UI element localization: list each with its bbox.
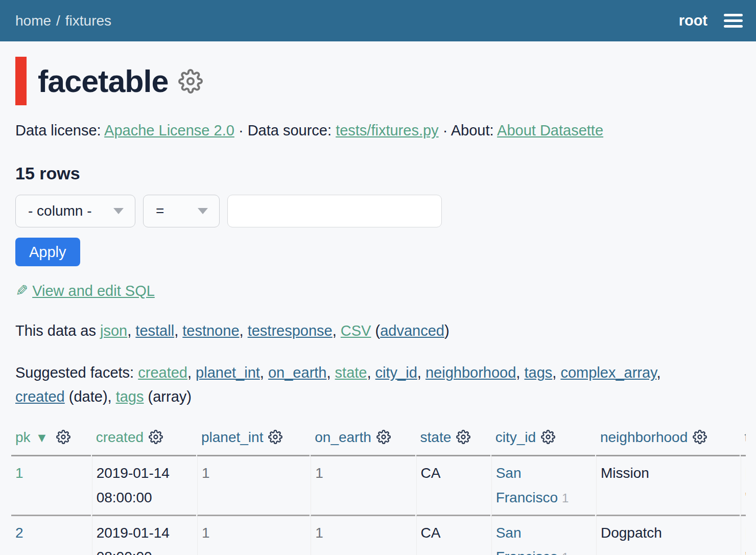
sort-desc-icon: ▼ <box>36 430 49 445</box>
facet-link-city_id[interactable]: city_id <box>375 364 417 381</box>
data-table-container: pk▼createdplanet_inton_earthstatecity_id… <box>10 426 746 555</box>
user-menu-link[interactable]: root <box>679 12 707 29</box>
chevron-down-icon <box>198 208 208 214</box>
gear-icon[interactable] <box>541 430 555 448</box>
table-row: 22019-01-14 08:00:0011CASan Francisco1Do… <box>11 516 746 555</box>
apply-button[interactable]: Apply <box>15 238 80 266</box>
row-link[interactable]: 2 <box>15 525 23 541</box>
facet-link-tags[interactable]: tags <box>524 364 552 381</box>
column-header-tags: tags <box>741 426 746 456</box>
raw-value: 1 <box>562 550 569 555</box>
hamburger-icon <box>724 19 743 22</box>
hamburger-icon <box>724 14 743 16</box>
facet-suffix: (date) <box>65 388 108 405</box>
facet-link-on_earth[interactable]: on_earth <box>268 364 327 381</box>
gear-icon[interactable] <box>456 430 470 448</box>
pencil-icon: ✎ <box>15 282 28 299</box>
cell-on_earth: 1 <box>311 456 415 516</box>
facet-link-state[interactable]: state <box>335 364 367 381</box>
column-sort-link-on_earth[interactable]: on_earth <box>315 429 371 445</box>
filter-operator-select[interactable]: = <box>143 195 220 227</box>
topbar-right: root <box>679 12 743 30</box>
column-header-planet_int: planet_int <box>197 426 310 456</box>
filter-column-select-value: - column - <box>28 203 91 219</box>
column-header-city_id: city_id <box>491 426 595 456</box>
export-link-CSV[interactable]: CSV <box>341 322 371 339</box>
column-header-state: state <box>416 426 490 456</box>
city_id-link[interactable]: San Francisco <box>496 525 558 555</box>
facet-link-planet_int[interactable]: planet_int <box>196 364 260 381</box>
title-accent-bar <box>15 57 27 105</box>
table-settings-gear-icon[interactable] <box>178 69 203 94</box>
facet-link-created[interactable]: created <box>15 388 65 405</box>
gear-icon[interactable] <box>268 430 282 448</box>
breadcrumb: home / fixtures <box>15 13 111 29</box>
breadcrumb-separator: / <box>56 13 60 29</box>
column-header-on_earth: on_earth <box>311 426 415 456</box>
cell-city_id: San Francisco1 <box>491 516 595 555</box>
gear-icon[interactable] <box>149 430 163 448</box>
gear-icon[interactable] <box>376 430 391 448</box>
breadcrumb-home-link[interactable]: home <box>15 13 51 29</box>
cell-neighborhood: Mission <box>596 456 740 516</box>
cell-created: 2019-01-14 08:00:00 <box>92 516 196 555</box>
column-header-pk: pk▼ <box>11 426 91 456</box>
column-sort-link-state[interactable]: state <box>420 429 452 445</box>
metadata-line: Data license: Apache License 2.0 · Data … <box>15 120 741 141</box>
metadata-link[interactable]: tests/fixtures.py <box>336 122 438 138</box>
cell-tags: ["tag1", "tag2"] <box>741 456 746 516</box>
export-link-advanced[interactable]: advanced <box>380 322 444 339</box>
filter-column-select[interactable]: - column - <box>15 195 135 227</box>
cell-state: CA <box>416 516 490 555</box>
cell-state: CA <box>416 456 490 516</box>
metadata-link[interactable]: About Datasette <box>497 122 603 138</box>
column-header-neighborhood: neighborhood <box>596 426 740 456</box>
filter-form: - column - = <box>15 195 741 227</box>
facet-link-complex_array[interactable]: complex_array <box>560 364 656 381</box>
page-title: facetable <box>38 63 168 99</box>
gear-icon[interactable] <box>693 430 707 448</box>
column-header-created: created <box>92 426 196 456</box>
chevron-down-icon <box>113 208 124 214</box>
column-sort-link-planet_int[interactable]: planet_int <box>201 429 263 445</box>
filter-value-input[interactable] <box>227 195 442 227</box>
column-sort-link-neighborhood[interactable]: neighborhood <box>600 429 688 445</box>
export-links-line: This data as json, testall, testnone, te… <box>15 319 741 342</box>
city_id-link[interactable]: San Francisco <box>496 465 558 505</box>
gear-icon[interactable] <box>56 430 70 448</box>
suggested-facets-line: Suggested facets: created, planet_int, o… <box>15 361 741 409</box>
column-sort-link-tags[interactable]: tags <box>745 429 746 445</box>
metadata-link[interactable]: Apache License 2.0 <box>104 122 234 138</box>
cell-tags: ["tag1", "tag3"] <box>741 516 746 555</box>
cell-planet_int: 1 <box>197 456 310 516</box>
filter-operator-select-value: = <box>156 203 164 219</box>
top-navigation-bar: home / fixtures root <box>0 0 756 41</box>
cell-neighborhood: Dogpatch <box>596 516 740 555</box>
export-link-testnone[interactable]: testnone <box>182 322 239 339</box>
view-edit-sql-line: ✎View and edit SQL <box>15 282 741 299</box>
facet-link-created[interactable]: created <box>138 364 187 381</box>
breadcrumb-fixtures-link[interactable]: fixtures <box>65 13 111 29</box>
cell-planet_int: 1 <box>197 516 310 555</box>
row-count-heading: 15 rows <box>15 164 741 183</box>
view-edit-sql-link[interactable]: View and edit SQL <box>32 283 155 299</box>
cell-on_earth: 1 <box>311 516 415 555</box>
column-sort-link-pk[interactable]: pk <box>15 429 31 445</box>
facet-link-neighborhood[interactable]: neighborhood <box>426 364 516 381</box>
export-link-json[interactable]: json <box>100 322 127 339</box>
raw-value: 1 <box>562 491 569 505</box>
column-sort-link-city_id[interactable]: city_id <box>495 429 536 445</box>
cell-pk: 1 <box>11 456 91 516</box>
export-link-testall[interactable]: testall <box>135 322 174 339</box>
column-sort-link-created[interactable]: created <box>96 429 144 445</box>
hamburger-menu-button[interactable] <box>724 12 743 30</box>
page-title-block: facetable <box>15 57 741 105</box>
row-link[interactable]: 1 <box>15 465 23 481</box>
facet-link-tags[interactable]: tags <box>116 388 144 405</box>
cell-city_id: San Francisco1 <box>491 456 595 516</box>
table-header-row: pk▼createdplanet_inton_earthstatecity_id… <box>11 426 746 456</box>
facet-suffix: (array) <box>144 388 192 405</box>
cell-created: 2019-01-14 08:00:00 <box>92 456 196 516</box>
data-table: pk▼createdplanet_inton_earthstatecity_id… <box>10 426 746 555</box>
export-link-testresponse[interactable]: testresponse <box>248 322 333 339</box>
